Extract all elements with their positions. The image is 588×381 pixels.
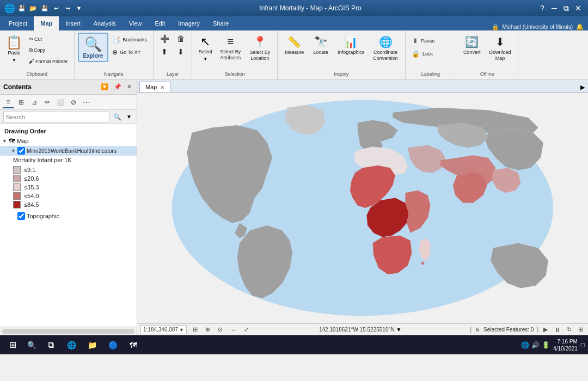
toolbar-data-source[interactable]: ⊞: [15, 96, 27, 108]
start-button[interactable]: ⊞: [3, 337, 22, 353]
user-menu[interactable]: 🔒 Michael (University of Illinois) 🔔: [487, 23, 588, 30]
battery-icon[interactable]: 🔋: [542, 341, 550, 349]
close-button[interactable]: ✕: [573, 3, 584, 14]
search-submit-btn[interactable]: 🔍: [112, 112, 122, 122]
measure-button[interactable]: 📏 Measure: [281, 33, 308, 58]
scale-display[interactable]: 1:184,346,087 ▼: [140, 325, 187, 334]
map-viewport[interactable]: [137, 93, 588, 323]
map-tab-scroll-right[interactable]: ▶: [577, 83, 588, 92]
save2-quick-btn[interactable]: 💾: [40, 3, 50, 13]
bookmarks-button[interactable]: 📑Bookmarks: [109, 34, 150, 46]
save-quick-btn[interactable]: 💾: [17, 3, 27, 13]
toolbar-snapping[interactable]: ⬜: [54, 96, 66, 108]
coords-dropdown[interactable]: ▼: [396, 327, 401, 333]
edge-btn[interactable]: 🌐: [62, 337, 81, 353]
resize-handle[interactable]: ⊞: [577, 325, 585, 334]
refresh-button[interactable]: ↻: [565, 325, 573, 334]
ie-btn[interactable]: 🔵: [103, 337, 122, 353]
download-map-button[interactable]: ⬇ DownloadMap: [485, 33, 514, 64]
scale-btn1[interactable]: ⊞: [191, 325, 199, 334]
tab-analysis[interactable]: Analysis: [87, 16, 122, 30]
window-title: Infrant Mortality - Map - ArcGIS Pro: [259, 4, 361, 12]
toolbar-selection[interactable]: ⊿: [28, 96, 40, 108]
dropdown-quick-btn[interactable]: ▼: [74, 3, 84, 13]
sidebar-filter-btn[interactable]: 🔽: [99, 83, 110, 91]
taskbar-clock[interactable]: 7:16 PM 4/10/2021: [553, 338, 578, 352]
search-options-btn[interactable]: ▼: [125, 112, 133, 122]
tree-item-map[interactable]: ▼ 🗺 Map: [0, 136, 137, 146]
legend-swatch-4: [13, 201, 21, 208]
sidebar-scrollbar[interactable]: [2, 329, 134, 334]
copy-button[interactable]: ⧉ Copy: [26, 45, 71, 56]
remove-layer-button[interactable]: 🗑: [173, 33, 188, 45]
tab-view[interactable]: View: [122, 16, 149, 30]
network-icon[interactable]: 🌐: [521, 341, 529, 349]
open-quick-btn[interactable]: 📂: [28, 3, 38, 13]
paste-button[interactable]: 📋 Paste: [3, 33, 25, 57]
scale-dropdown[interactable]: ▼: [179, 327, 184, 333]
topographic-checkbox[interactable]: [17, 212, 25, 220]
goto-xy-button[interactable]: ⊕Go To XY: [109, 46, 150, 58]
tab-map[interactable]: Map: [34, 16, 59, 30]
layer-btn3[interactable]: ⬆: [157, 46, 172, 58]
scale-btn3[interactable]: ⊘: [216, 325, 224, 334]
sidebar-pin-btn[interactable]: 📌: [112, 83, 123, 91]
lock-button[interactable]: 🔒Lock: [409, 48, 452, 60]
tab-project[interactable]: Project: [2, 16, 34, 30]
toolbar-drawing-order[interactable]: ≡: [2, 96, 14, 108]
worldbank-checkbox[interactable]: [17, 147, 25, 155]
select-dropdown[interactable]: ▼: [195, 56, 215, 62]
task-view-btn[interactable]: ⧉: [41, 337, 60, 353]
sidebar-header-icons: 🔽 📌 ✕: [99, 83, 133, 91]
layer-buttons: ➕ 🗑 ⬆ ⬇: [157, 33, 188, 58]
arcgis-taskbar-btn[interactable]: 🗺: [124, 337, 143, 353]
search-input[interactable]: [3, 112, 109, 122]
map-tab-close[interactable]: ✕: [160, 84, 164, 90]
taskbar-search-btn[interactable]: 🔍: [24, 337, 39, 353]
convert-button[interactable]: 🔄 Convert: [460, 33, 485, 58]
toolbar-labeling[interactable]: ⊘: [68, 96, 79, 108]
select-by-location-button[interactable]: 📍 Select ByLocation: [246, 33, 274, 64]
sidebar-close-btn[interactable]: ✕: [125, 83, 133, 91]
topographic-label: Topographic: [27, 213, 59, 219]
title-bar: 🌐 💾 📂 💾 ↩ ↪ ▼ Infrant Mortality - Map - …: [0, 0, 588, 16]
scale-btn5[interactable]: ⤢: [242, 325, 250, 334]
tab-imagery[interactable]: Imagery: [171, 16, 206, 30]
toolbar-more[interactable]: ⋯: [81, 96, 93, 108]
main-area: Contents 🔽 📌 ✕ ≡ ⊞ ⊿ ✏ ⬜ ⊘ ⋯ 🔍 ▼ Drawing…: [0, 79, 588, 335]
select-button[interactable]: ↖ Select: [195, 33, 215, 56]
help-button[interactable]: ?: [537, 3, 548, 14]
paste-dropdown[interactable]: ▼: [3, 57, 25, 63]
tab-share[interactable]: Share: [206, 16, 235, 30]
scale-btn2[interactable]: ⊕: [204, 325, 212, 334]
toolbar-editing[interactable]: ✏: [41, 96, 53, 108]
search-bar: 🔍 ▼: [0, 110, 137, 124]
infographics-button[interactable]: 📊 Infographics: [334, 33, 368, 58]
restore-button[interactable]: ⧉: [561, 3, 572, 14]
tree-item-topographic[interactable]: Topographic: [0, 211, 137, 221]
redo-quick-btn[interactable]: ↪: [63, 3, 72, 13]
explorer-btn[interactable]: 📁: [83, 337, 101, 353]
format-painter-button[interactable]: 🖌 Format Painter: [26, 56, 71, 66]
pause-status-button[interactable]: ⏸: [553, 326, 562, 334]
add-data-button[interactable]: ➕: [157, 33, 172, 45]
cut-button[interactable]: ✂ Cut: [26, 34, 71, 44]
undo-quick-btn[interactable]: ↩: [51, 3, 61, 13]
minimize-button[interactable]: ─: [549, 3, 560, 14]
locate-button[interactable]: 🔭 Locate: [309, 33, 333, 58]
scale-btn4[interactable]: ↔: [229, 326, 238, 334]
layer-btn4[interactable]: ⬇: [173, 46, 188, 58]
select-by-attributes-button[interactable]: ≡ Select ByAttributes: [216, 33, 244, 64]
volume-icon[interactable]: 🔊: [531, 341, 540, 349]
ribbon-group-labeling: ⏸Pause 🔒Lock Labeling: [406, 30, 456, 79]
map-tab-main[interactable]: Map ✕: [139, 82, 170, 92]
coordinate-conversion-button[interactable]: 🌐 CoordinateConversion: [369, 33, 402, 64]
selected-features-label: Selected Features: 0: [483, 327, 534, 333]
play-button[interactable]: ▶: [542, 325, 549, 334]
pause-button[interactable]: ⏸Pause: [409, 35, 452, 47]
tab-insert[interactable]: Insert: [59, 16, 87, 30]
explore-button[interactable]: 🔍 Explore: [78, 33, 109, 62]
tree-item-worldbank[interactable]: ▼ Minn2019WorldBankHealthIndicators: [0, 146, 137, 156]
show-desktop-btn[interactable]: □: [581, 341, 585, 349]
tab-edit[interactable]: Edit: [148, 16, 171, 30]
